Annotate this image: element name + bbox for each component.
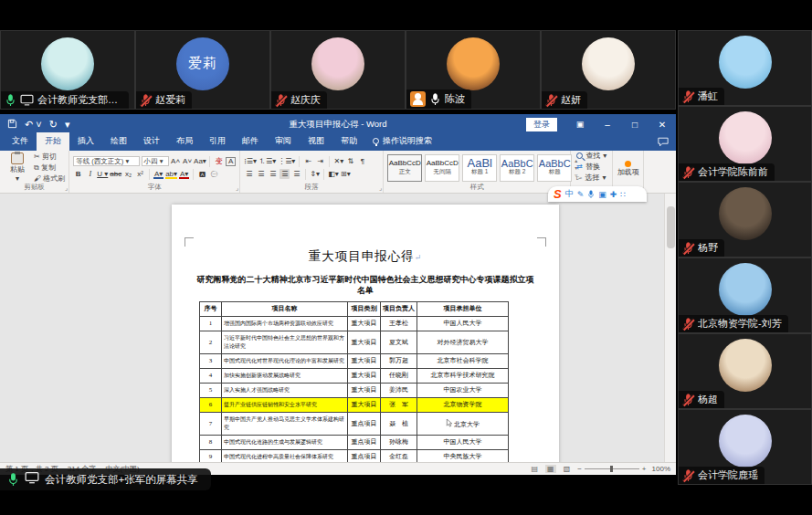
align-left-button[interactable]: ☰: [244, 169, 254, 179]
input-mode-chinese[interactable]: 中: [565, 188, 574, 200]
select-button[interactable]: ▻选择 ▾: [576, 173, 606, 183]
participant-tile[interactable]: 会计学院鹿瑶: [678, 409, 812, 485]
cut-button[interactable]: ✂ 剪切: [34, 152, 65, 162]
clipboard-dialog-launcher[interactable]: ⌟: [65, 184, 68, 192]
style-card[interactable]: AaBbC 标题 2: [500, 154, 534, 182]
login-button[interactable]: 登录: [526, 118, 557, 131]
scrollbar-thumb[interactable]: [667, 206, 675, 248]
ribbon-tab[interactable]: 文件: [4, 132, 37, 151]
vertical-scrollbar[interactable]: [664, 194, 676, 462]
ribbon-tab[interactable]: 插入: [69, 132, 102, 151]
ribbon-display-options-icon[interactable]: ▣: [566, 114, 594, 134]
participant-tile[interactable]: 杨超: [678, 333, 812, 409]
decrease-indent-button[interactable]: ⇤: [303, 156, 313, 166]
line-spacing-button[interactable]: ⇕▾: [310, 169, 320, 179]
phonetic-guide-button[interactable]: 变: [214, 156, 224, 166]
close-button[interactable]: ✕: [649, 114, 676, 134]
pen-icon[interactable]: ✎: [577, 190, 585, 199]
participant-tile[interactable]: 会计教师党支部+张...: [0, 30, 135, 110]
find-button[interactable]: 查找 ▾: [576, 151, 606, 161]
style-card[interactable]: AaBbC 标题: [537, 154, 572, 182]
superscript-button[interactable]: x²: [135, 169, 145, 179]
zoom-in-icon[interactable]: +: [642, 465, 647, 473]
ribbon-tab[interactable]: 绘图: [102, 132, 135, 151]
align-right-button[interactable]: ☰: [268, 169, 278, 179]
shading-button[interactable]: ◧▾: [328, 169, 339, 179]
web-layout-button[interactable]: ▧: [562, 465, 573, 473]
ribbon-tab[interactable]: 开始: [37, 132, 69, 151]
borders-button[interactable]: ⊞▾: [341, 169, 351, 179]
paste-button[interactable]: 粘贴▾: [4, 152, 31, 183]
style-card[interactable]: AaBl 标题 1: [462, 154, 497, 182]
participant-tile[interactable]: 会计学院陈前前: [678, 106, 812, 182]
replace-button[interactable]: ⇄替换: [576, 162, 606, 172]
sogou-input-toolbar[interactable]: S 中 ✎ ▣ ✚ ∷: [548, 186, 647, 202]
text-effects-button[interactable]: A▾: [153, 169, 163, 179]
undo-icon[interactable]: ↶ ˅: [25, 119, 42, 131]
style-card[interactable]: AaBbCcD 正文: [387, 154, 422, 182]
participant-tile[interactable]: 杨野: [678, 182, 812, 258]
tell-me-search[interactable]: 操作说明搜索: [365, 132, 439, 151]
toolbox-icon[interactable]: ∷: [620, 190, 626, 199]
skin-icon[interactable]: ✚: [610, 190, 617, 199]
save-icon[interactable]: [7, 119, 17, 131]
justify-button[interactable]: ☰: [279, 169, 290, 179]
sogou-logo-icon[interactable]: S: [554, 188, 562, 200]
increase-indent-button[interactable]: ⇥: [315, 156, 325, 166]
copy-button[interactable]: ⧉ 复制: [34, 163, 65, 173]
participant-tile[interactable]: 北京物资学院-刘芳: [678, 258, 812, 333]
minimize-button[interactable]: –: [594, 114, 621, 134]
zoom-slider[interactable]: − +: [577, 465, 646, 473]
qat-customize-icon[interactable]: ▾: [65, 119, 70, 131]
ribbon-tab[interactable]: 布局: [168, 132, 201, 151]
highlight-color-button[interactable]: ab▾: [165, 169, 177, 179]
align-center-button[interactable]: ☰: [256, 169, 266, 179]
font-size-select[interactable]: 小四 ▾: [142, 156, 169, 166]
shrink-font-button[interactable]: A˅: [183, 156, 193, 166]
ribbon-tab[interactable]: 审阅: [267, 132, 300, 151]
font-dialog-launcher[interactable]: ⌟: [236, 184, 238, 192]
asian-layout-button[interactable]: ✕▾: [333, 156, 343, 166]
ribbon-tab[interactable]: 帮助: [332, 132, 365, 151]
participant-tile[interactable]: 赵庆庆: [270, 30, 406, 110]
participant-tile[interactable]: 陈波: [406, 30, 541, 110]
participant-tile[interactable]: 赵妍: [541, 30, 676, 110]
character-border-button[interactable]: A: [226, 157, 236, 166]
numbering-button[interactable]: ⒈☰▾: [258, 156, 276, 166]
print-layout-button[interactable]: ▦: [545, 465, 556, 473]
ribbon-tab[interactable]: 设计: [135, 132, 168, 151]
emoji-panel-icon[interactable]: ▣: [598, 190, 606, 199]
paragraph-dialog-launcher[interactable]: ⌟: [379, 184, 382, 192]
ribbon-tab[interactable]: 引用: [201, 132, 234, 151]
read-mode-button[interactable]: ▤: [530, 465, 541, 473]
show-marks-button[interactable]: ¶: [357, 156, 367, 166]
grow-font-button[interactable]: A˄: [171, 156, 181, 166]
zoom-level[interactable]: 100%: [652, 465, 670, 473]
voice-icon[interactable]: [587, 186, 595, 203]
font-color-button[interactable]: A▾: [179, 169, 189, 179]
font-name-select[interactable]: 等线 (西文正文) ▾: [73, 156, 139, 166]
enclose-characters-button[interactable]: ㊀: [209, 169, 219, 179]
change-case-button[interactable]: Aa▾: [195, 156, 206, 166]
bullets-button[interactable]: ⁝☰▾: [244, 156, 257, 166]
strikethrough-button[interactable]: abc: [110, 169, 121, 179]
subscript-button[interactable]: x₂: [123, 169, 133, 179]
distribute-button[interactable]: ☰: [291, 169, 301, 179]
redo-icon[interactable]: ↻: [49, 119, 58, 131]
zoom-out-icon[interactable]: −: [577, 465, 582, 473]
ribbon-tab[interactable]: 邮件: [234, 132, 267, 151]
italic-button[interactable]: I: [85, 169, 95, 179]
sort-button[interactable]: ⇅: [345, 156, 355, 166]
zoom-thumb[interactable]: [610, 466, 613, 472]
comments-icon[interactable]: [658, 134, 669, 151]
participant-tile[interactable]: 爱莉 赵爱莉: [135, 30, 270, 110]
restore-button[interactable]: □: [621, 114, 649, 134]
participant-tile[interactable]: 潘虹: [678, 30, 812, 106]
document-page[interactable]: 重大项目申报心得↵ 研究阐释党的二十大精神北京市习近平新时代中国特色社会主义思想…: [172, 205, 559, 462]
underline-button[interactable]: U ▾: [97, 169, 108, 179]
style-card[interactable]: AaBbCcD 无间隔: [425, 154, 459, 182]
multilevel-list-button[interactable]: ⋮☰▾: [278, 156, 295, 166]
ribbon-tab[interactable]: 视图: [300, 132, 332, 151]
bold-button[interactable]: B: [73, 169, 83, 179]
character-shading-button[interactable]: 🅰: [197, 169, 207, 179]
